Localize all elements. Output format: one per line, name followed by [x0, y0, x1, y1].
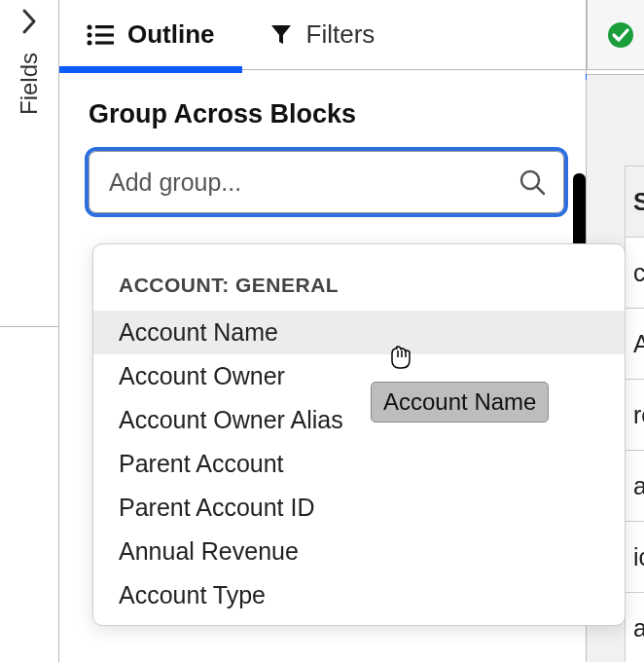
fields-tab[interactable]: Fields: [16, 53, 43, 115]
divider: [0, 326, 59, 327]
group-search-input[interactable]: [107, 167, 519, 198]
cell-fragment: at: [625, 592, 644, 662]
tab-label: Filters: [306, 19, 376, 50]
svg-point-2: [88, 32, 92, 37]
cell-fragment: al/: [625, 450, 644, 521]
cell-fragment: ct: [625, 237, 644, 308]
tab-label: Outline: [127, 19, 215, 50]
chevron-right-icon[interactable]: [20, 8, 38, 35]
svg-rect-1: [95, 25, 114, 28]
tabs: Outline Filters: [59, 0, 586, 70]
tab-outline[interactable]: Outline: [59, 0, 242, 69]
filter-icon: [269, 23, 293, 47]
group-search[interactable]: [89, 151, 564, 213]
search-icon: [519, 168, 546, 196]
list-icon: [87, 24, 114, 46]
svg-point-4: [88, 40, 92, 45]
dropdown-option-account-owner-alias[interactable]: Account Owner Alias: [93, 398, 625, 442]
svg-rect-5: [95, 41, 114, 44]
svg-rect-3: [95, 33, 114, 36]
dropdown-option-account-type[interactable]: Account Type: [93, 573, 625, 617]
panel-title: Group Across Blocks: [89, 99, 564, 129]
group-panel: Group Across Blocks: [59, 70, 586, 233]
dropdown-section-header: ACCOUNT: GENERAL: [93, 274, 625, 311]
group-dropdown: ACCOUNT: GENERAL Account Name Account Ow…: [92, 243, 626, 626]
right-column-fragments: S ct A ro al/ ic at: [625, 166, 644, 662]
cell-fragment: ic: [625, 521, 644, 592]
svg-line-7: [537, 187, 544, 194]
dropdown-option-annual-revenue[interactable]: Annual Revenue: [93, 530, 625, 573]
tab-preview[interactable]: Prev: [587, 0, 644, 70]
dropdown-option-parent-account-id[interactable]: Parent Account ID: [93, 486, 625, 530]
dropdown-option-account-owner[interactable]: Account Owner: [93, 354, 625, 398]
cell-fragment: ro: [625, 379, 644, 450]
svg-point-0: [88, 24, 92, 29]
dropdown-option-account-name[interactable]: Account Name: [93, 311, 625, 354]
dropdown-option-parent-account[interactable]: Parent Account: [93, 442, 625, 486]
check-circle-icon: [607, 21, 634, 49]
tab-filters[interactable]: Filters: [242, 0, 403, 69]
column-header-fragment: S: [625, 166, 644, 237]
cell-fragment: A: [625, 308, 644, 379]
fields-rail: Fields: [0, 0, 59, 662]
svg-point-8: [608, 22, 633, 48]
